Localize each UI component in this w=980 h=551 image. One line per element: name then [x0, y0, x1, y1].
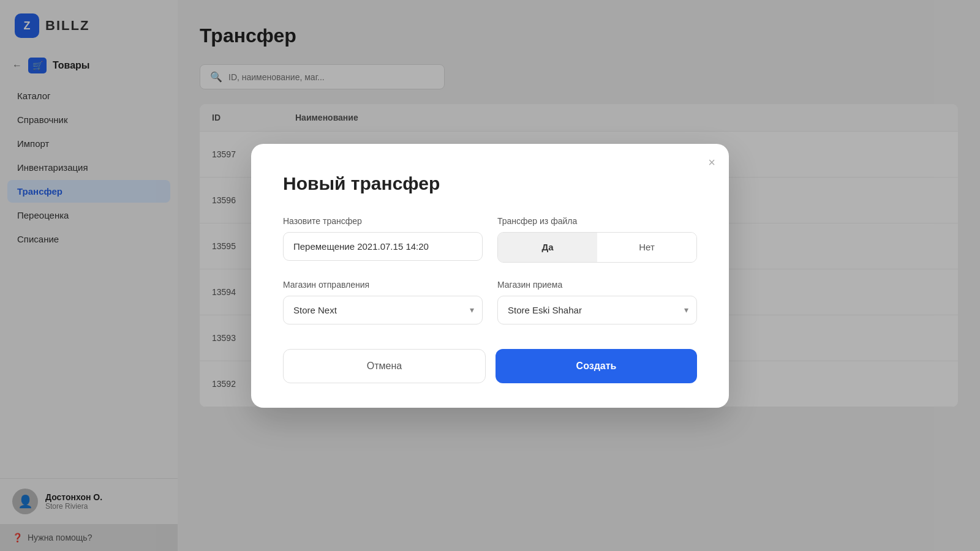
file-toggle: Да Нет [497, 232, 697, 263]
source-store-label: Магазин отправления [283, 280, 483, 290]
toggle-no-button[interactable]: Нет [597, 233, 696, 262]
dest-store-select[interactable]: Store Eski Shahar Store Next Store Rivie… [497, 296, 697, 324]
modal-row-2: Магазин отправления Store Next Store Riv… [283, 280, 697, 324]
create-button[interactable]: Создать [496, 349, 697, 383]
name-field: Назовите трансфер [283, 216, 483, 263]
source-store-wrapper: Store Next Store Riviera Store Eski Shah… [283, 296, 483, 324]
toggle-yes-button[interactable]: Да [498, 233, 597, 262]
modal-footer: Отмена Создать [283, 349, 697, 383]
modal-close-button[interactable]: × [708, 156, 715, 168]
source-store-select[interactable]: Store Next Store Riviera Store Eski Shah… [283, 296, 483, 324]
source-store-field: Магазин отправления Store Next Store Riv… [283, 280, 483, 324]
transfer-name-input[interactable] [283, 232, 483, 261]
dest-store-wrapper: Store Eski Shahar Store Next Store Rivie… [497, 296, 697, 324]
cancel-button[interactable]: Отмена [283, 349, 486, 383]
modal-row-1: Назовите трансфер Трансфер из файла Да Н… [283, 216, 697, 263]
dest-store-field: Магазин приема Store Eski Shahar Store N… [497, 280, 697, 324]
new-transfer-modal: × Новый трансфер Назовите трансфер Транс… [251, 144, 729, 408]
file-field: Трансфер из файла Да Нет [497, 216, 697, 263]
name-label: Назовите трансфер [283, 216, 483, 226]
dest-store-label: Магазин приема [497, 280, 697, 290]
modal-title: Новый трансфер [283, 173, 697, 194]
modal-overlay[interactable]: × Новый трансфер Назовите трансфер Транс… [0, 0, 980, 551]
file-label: Трансфер из файла [497, 216, 697, 226]
